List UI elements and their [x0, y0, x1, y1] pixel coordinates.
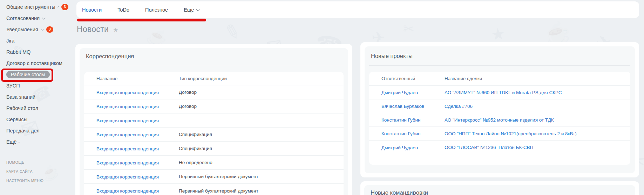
annotation-red-underline — [77, 19, 206, 21]
correspondence-type: Спецификация — [179, 146, 344, 151]
table-row: Входящая корреспонденция Спецификация — [84, 142, 344, 156]
table-row: Дмитрий Чудаев ООО "ГЛОСАВ" №1236_Платон… — [369, 141, 630, 154]
sidebar-footer-item[interactable]: НАСТРОИТЬ МЕНЮ — [6, 176, 68, 185]
sidebar-item[interactable]: Рабочие столы — [6, 69, 68, 80]
sidebar-item-label: Jira — [6, 38, 14, 44]
sidebar-footer-item[interactable]: ПОМОЩЬ — [6, 158, 68, 167]
table-row: Дмитрий Чудаев АО "АЗИМУТ" №660 ИП TDKL … — [369, 86, 630, 99]
sidebar-item[interactable]: ЗУСП — [6, 80, 68, 91]
sidebar-item[interactable]: Сервисы — [6, 114, 68, 125]
sidebar-item-label: База знаний — [6, 94, 35, 100]
page-title-row: Новости ★ — [77, 25, 118, 34]
sidebar-item[interactable]: Согласования — [6, 13, 68, 24]
tab[interactable]: Новости — [82, 7, 102, 13]
table-row: Входящая корреспонденция Спецификация — [84, 128, 344, 142]
deal-link[interactable]: АО "АЗИМУТ" №660 ИП TDKL и Murata PS для… — [445, 90, 562, 95]
tab-label: ToDo — [117, 7, 129, 13]
correspondence-link[interactable]: Входящая корреспонденция — [96, 174, 159, 180]
favorite-star-icon[interactable]: ★ — [113, 26, 118, 34]
deal-link[interactable]: ООО "НПП" Техно Лайон №1021(преобразоват… — [445, 131, 577, 136]
chevron-down-icon — [57, 5, 59, 7]
notification-badge: 3 — [46, 26, 53, 33]
correspondence-link[interactable]: Входящая корреспонденция — [96, 132, 159, 137]
chevron-down-icon — [42, 16, 46, 19]
table-row: Вячеслав Бурлаков Сделка #706 — [369, 99, 630, 113]
tab[interactable]: Еще — [184, 7, 199, 13]
sidebar-item[interactable]: Передача дел — [6, 125, 68, 136]
correspondence-type: Спецификация — [179, 132, 344, 137]
responsible-link[interactable]: Константин Губин — [381, 117, 421, 123]
card-correspondence: Корреспонденция Название Тип корреспонде… — [75, 44, 352, 195]
table-header: Название Тип корреспонденции — [84, 72, 344, 85]
card-new-projects: Новые проекты Ответственный Название сде… — [360, 42, 639, 177]
tab-label: Еще — [184, 7, 194, 13]
column-header: Название — [84, 76, 179, 81]
responsible-link[interactable]: Дмитрий Чудаев — [381, 90, 418, 95]
column-header: Ответственный — [369, 76, 445, 81]
sidebar-item-label: Ещё - — [6, 139, 20, 145]
sidebar-item-label: Договор с поставщиком — [6, 60, 62, 66]
correspondence-table: Название Тип корреспонденции Входящая ко… — [84, 72, 344, 195]
chevron-down-icon — [196, 7, 199, 11]
sidebar-item[interactable]: Договор с поставщиком — [6, 58, 68, 69]
responsible-link[interactable]: Вячеслав Бурлаков — [381, 104, 424, 109]
sidebar-item[interactable]: Рабочий стол — [6, 103, 68, 114]
sidebar-item-label: Rabbit MQ — [6, 49, 30, 55]
column-header: Тип корреспонденции — [179, 76, 344, 81]
sidebar-item[interactable]: Ещё - — [6, 136, 68, 148]
deal-link[interactable]: Сделка #706 — [445, 104, 473, 109]
sidebar-footer: ПОМОЩЬ КАРТА САЙТА НАСТРОИТЬ МЕНЮ — [6, 158, 68, 185]
card-new-business-trips: Новые командировки — [360, 181, 639, 195]
correspondence-type: Первичный бухгалтерский документ — [179, 174, 344, 179]
correspondence-type: Не определено — [179, 160, 344, 165]
correspondence-link[interactable]: Входящая корреспонденция — [96, 188, 159, 194]
notification-badge: 3 — [61, 4, 68, 10]
sidebar-item[interactable]: База знаний — [6, 91, 68, 103]
sidebar-footer-item[interactable]: КАРТА САЙТА — [6, 167, 68, 176]
table-row: Входящая корреспонденция Первичный бухга… — [84, 184, 344, 195]
responsible-link[interactable]: Дмитрий Чудаев — [381, 145, 418, 150]
correspondence-type: Первичный бухгалтерский документ — [179, 188, 344, 194]
sidebar-item[interactable]: Rabbit MQ — [6, 46, 68, 58]
correspondence-link[interactable]: Входящая корреспонденция — [96, 160, 159, 165]
table-row: Константин Губин ООО "НПП" Техно Лайон №… — [369, 127, 630, 141]
sidebar-item[interactable]: Общие инструменты 3 — [6, 1, 68, 13]
card-title: Корреспонденция — [86, 53, 344, 60]
sidebar-item-label: Рабочие столы — [6, 71, 50, 78]
sidebar-item-label: Согласования — [6, 15, 40, 21]
chevron-down-icon — [40, 27, 44, 31]
card-title: Новые проекты — [371, 53, 630, 59]
table-row: Входящая корреспонденция Договор — [84, 85, 344, 99]
column-header: Название сделки — [445, 76, 630, 81]
table-row: Константин Губин АО "Интеркросс" №952 мо… — [369, 113, 630, 127]
page-title: Новости — [77, 25, 109, 34]
tab-label: Полезное — [145, 7, 168, 13]
tab[interactable]: Полезное — [145, 7, 168, 13]
projects-table: Ответственный Название сделки Дмитрий Чу… — [369, 72, 630, 165]
sidebar-item-label: Сервисы — [6, 117, 27, 122]
table-row: Входящая корреспонденция Первичный бухга… — [84, 170, 344, 184]
deal-link[interactable]: АО "Интеркросс" №952 моточные изделия от… — [445, 117, 554, 123]
correspondence-link[interactable]: Входящая корреспонденция — [96, 104, 159, 109]
sidebar-item-label: ЗУСП — [6, 83, 20, 89]
tab-bar: Новости ToDo Полезное Еще — [76, 1, 639, 18]
table-row: Входящая корреспонденция Не определено — [84, 156, 344, 170]
sidebar-item-label: Уведомления — [6, 27, 38, 32]
desktop-page: ✉☕✎☎✂★✈✉☕✎☎✂★✈✉☕✎☎ Общие инструменты 3 С… — [0, 0, 644, 195]
sidebar-item[interactable]: Jira — [6, 35, 68, 46]
sidebar-item-label: Передача дел — [6, 128, 40, 134]
correspondence-link[interactable]: Входящая корреспонденция — [96, 90, 159, 95]
correspondence-link[interactable]: Входящая корреспонденция — [96, 146, 159, 151]
divider — [84, 66, 344, 66]
deal-link[interactable]: ООО "ГЛОСАВ" №1236_Платон БК-СВП — [445, 145, 533, 150]
correspondence-link[interactable]: Входящая корреспонденция — [96, 118, 159, 123]
sidebar-menu: Общие инструменты 3 Согласования Уведомл… — [6, 1, 68, 185]
table-header: Ответственный Название сделки — [369, 72, 630, 86]
tab[interactable]: ToDo — [117, 7, 129, 13]
correspondence-type: Договор — [179, 104, 344, 109]
sidebar-item[interactable]: Уведомления 3 — [6, 24, 68, 35]
responsible-link[interactable]: Константин Губин — [381, 131, 421, 136]
divider — [369, 65, 630, 66]
sidebar-item-label: Общие инструменты — [6, 4, 55, 10]
card-title: Новые командировки — [371, 189, 631, 195]
